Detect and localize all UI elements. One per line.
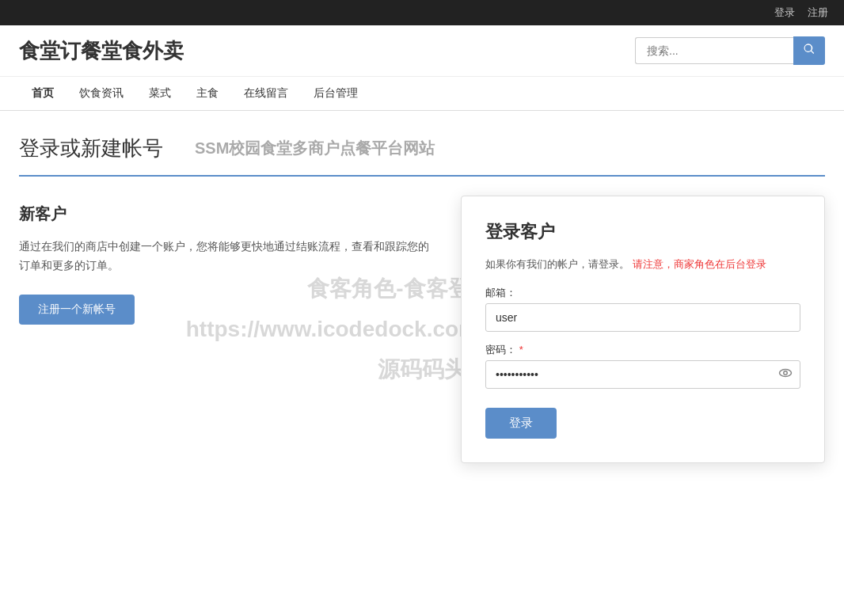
search-button[interactable] [793,36,825,65]
nav-item-food-news[interactable]: 饮食资讯 [67,77,136,110]
new-customer-desc: 通过在我们的商店中创建一个账户，您将能够更快地通过结账流程，查看和跟踪您的订单和… [19,238,429,276]
main-content: 登录或新建帐号 SSM校园食堂多商户点餐平台网站 新客户 通过在我们的商店中创建… [0,111,844,487]
watermark-line-3: 源码码头 [378,355,466,385]
page-header: 登录或新建帐号 SSM校园食堂多商户点餐平台网站 [19,135,825,177]
new-customer-section: 新客户 通过在我们的商店中创建一个账户，您将能够更快地通过结账流程，查看和跟踪您… [19,196,429,325]
nav-item-dishes[interactable]: 菜式 [136,77,184,110]
nav-item-message[interactable]: 在线留言 [231,77,301,110]
username-input[interactable] [485,303,800,332]
username-group: 邮箱： [485,286,800,332]
register-link[interactable]: 注册 [808,6,828,20]
new-customer-title: 新客户 [19,203,429,225]
search-icon [803,43,815,55]
login-button[interactable]: 登录 [485,408,557,439]
svg-point-1 [784,371,788,375]
search-area [635,36,825,65]
login-notice-red: 请注意，商家角色在后台登录 [633,258,766,270]
header: 食堂订餐堂食外卖 [0,25,844,77]
username-label: 邮箱： [485,286,800,300]
password-label: 密码： * [485,343,800,357]
login-card: 登录客户 如果你有我们的帐户，请登录。 请注意，商家角色在后台登录 邮箱： 密码… [461,196,825,463]
required-marker: * [519,344,523,356]
svg-point-0 [780,369,792,376]
page-title: 登录或新建帐号 [19,135,163,162]
login-notice-text: 如果你有我们的帐户，请登录。 [485,258,629,270]
register-new-account-button[interactable]: 注册一个新帐号 [19,295,135,325]
login-link[interactable]: 登录 [774,6,795,20]
password-wrapper [485,360,800,389]
main-nav: 首页 饮食资讯 菜式 主食 在线留言 后台管理 [0,77,844,111]
toggle-password-icon[interactable] [778,366,793,383]
site-title: 食堂订餐堂食外卖 [19,37,184,65]
two-column-layout: 新客户 通过在我们的商店中创建一个账户，您将能够更快地通过结账流程，查看和跟踪您… [19,196,825,463]
login-notice: 如果你有我们的帐户，请登录。 请注意，商家角色在后台登录 [485,257,800,273]
nav-item-admin[interactable]: 后台管理 [301,77,371,110]
search-input[interactable] [635,37,793,64]
nav-item-home[interactable]: 首页 [19,77,67,110]
password-group: 密码： * [485,343,800,389]
nav-item-staple[interactable]: 主食 [184,77,231,110]
page-subtitle: SSM校园食堂多商户点餐平台网站 [195,138,435,159]
login-card-title: 登录客户 [485,220,800,244]
password-input[interactable] [485,360,800,389]
top-bar: 登录 注册 [0,0,844,25]
